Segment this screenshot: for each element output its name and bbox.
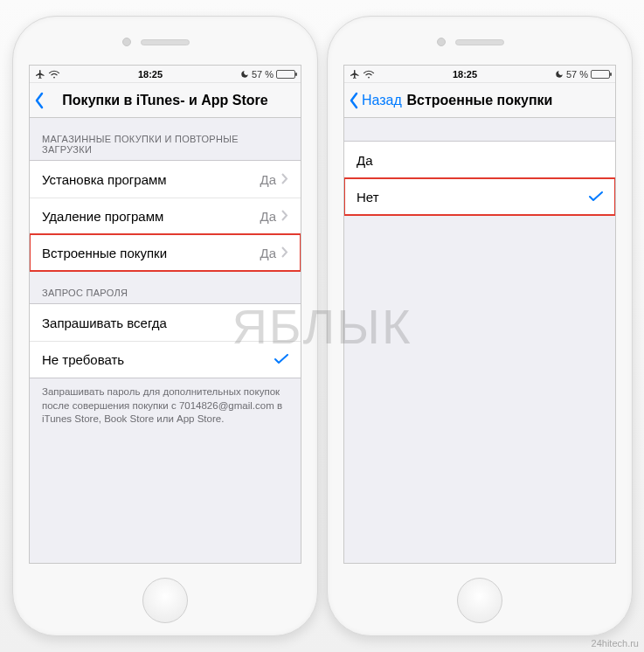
row-install-apps[interactable]: Установка программ Да [30,161,301,198]
row-value: Да [260,172,276,187]
earpiece-speaker [455,39,504,45]
airplane-mode-icon [350,69,360,80]
back-button[interactable] [30,92,47,109]
status-time: 18:25 [375,69,555,80]
group-password-request: Запрашивать всегда Не требовать [30,303,301,378]
status-bar: 18:25 57 % [30,66,301,83]
wifi-icon [363,70,375,79]
section-header-password: ЗАПРОС ПАРОЛЯ [30,272,301,303]
row-delete-apps[interactable]: Удаление программ Да [30,198,301,234]
nav-bar: Назад Встроенные покупки [344,83,615,118]
row-label: Удаление программ [42,209,260,224]
status-bar: 18:25 57 % [344,66,615,83]
row-value: Да [260,209,276,224]
screen-left: 18:25 57 % Покупки в iTunes- и A [29,65,301,564]
do-not-disturb-icon [240,70,249,79]
home-button[interactable] [142,578,188,623]
row-option-no[interactable]: Нет [344,178,615,215]
row-label: Запрашивать всегда [42,316,288,330]
iphone-frame-right: 18:25 57 % Назад Встроенные покупки [327,16,633,636]
page-title: Покупки в iTunes- и App Store [30,93,301,108]
earpiece-speaker [141,39,190,45]
front-camera [122,38,131,46]
chevron-left-icon [348,92,360,109]
checkmark-icon [589,190,603,205]
chevron-right-icon [281,246,288,260]
svg-point-0 [53,76,55,78]
nav-bar: Покупки в iTunes- и App Store [30,83,301,118]
battery-percent: 57 % [252,69,274,80]
section-footer-note: Запрашивать пароль для дополнительных по… [30,378,301,427]
battery-icon [591,70,610,79]
back-label: Назад [362,93,402,108]
chevron-right-icon [281,209,288,224]
row-label: Установка программ [42,172,260,187]
image-credit: 24hitech.ru [592,638,639,649]
battery-percent: 57 % [566,69,588,80]
row-value: Да [260,246,276,260]
row-label: Не требовать [42,352,274,367]
section-header-store: МАГАЗИННЫЕ ПОКУПКИ И ПОВТОРНЫЕ ЗАГРУЗКИ [30,118,301,160]
row-label: Встроенные покупки [42,246,260,260]
svg-point-1 [368,76,370,78]
battery-icon [276,70,295,79]
checkmark-icon [274,352,288,367]
airplane-mode-icon [35,69,45,80]
status-time: 18:25 [60,69,240,80]
iphone-frame-left: 18:25 57 % Покупки в iTunes- и A [12,16,318,636]
home-button[interactable] [457,578,502,623]
back-button[interactable]: Назад [344,92,402,109]
screen-right: 18:25 57 % Назад Встроенные покупки [343,65,616,564]
row-in-app-purchases[interactable]: Встроенные покупки Да [30,234,301,271]
group-store-purchases: Установка программ Да Удаление программ … [30,160,301,272]
row-dont-require[interactable]: Не требовать [30,341,301,378]
row-label: Нет [357,190,589,205]
group-yes-no: Да Нет [344,141,615,216]
wifi-icon [48,70,60,79]
chevron-left-icon [33,92,45,109]
row-always-require[interactable]: Запрашивать всегда [30,304,301,341]
front-camera [437,38,446,46]
row-label: Да [357,153,603,168]
do-not-disturb-icon [555,70,564,79]
chevron-right-icon [281,172,288,187]
row-option-yes[interactable]: Да [344,142,615,178]
